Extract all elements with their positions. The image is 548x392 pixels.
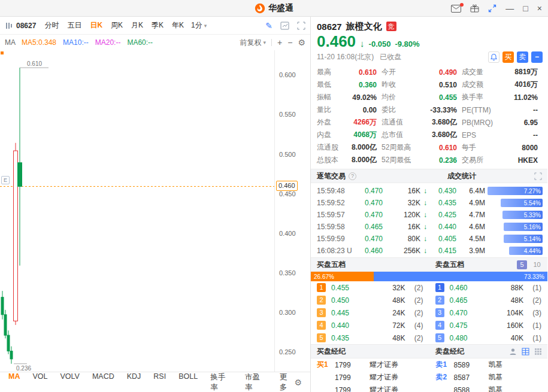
ask-level-1[interactable]: 10.46088K(1) [429,283,548,292]
mail-icon[interactable] [451,5,461,13]
ma-indicator-1: MA10:-- [63,38,89,47]
indicator-tab-换手率[interactable]: 换手率 [210,372,232,392]
stat-流通值: 流通值3.680亿 [382,116,457,129]
interval-dropdown[interactable]: 1分 ▾ [191,20,207,31]
kline-chart[interactable]: 0.6100.236 E 0.6000.5500.5000.4500.4000.… [0,50,310,372]
broker-row: 1799耀才证券8588凯基 [311,384,547,392]
chart-settings-icon[interactable]: ⚙ [298,38,305,47]
bid-level-3[interactable]: 30.44524K(2) [311,308,429,317]
indicator-tab-更多[interactable]: 更多 [280,372,295,392]
period-tab-月K[interactable]: 月K [127,20,147,31]
indicator-tab-市盈率[interactable]: 市盈率 [245,372,267,392]
close-button[interactable]: × [537,0,542,17]
maximize-button[interactable]: □ [523,0,528,17]
ma-indicator-3: MA60:-- [127,38,153,47]
draw-tool-icon[interactable]: ✎ [265,21,273,31]
broker-row: 1799耀才证券卖28587凯基 [311,371,547,384]
bid-level-5[interactable]: 50.43548K(2) [311,333,429,342]
bid-level-1[interactable]: 10.45532K(2) [311,283,429,292]
stat-昨收: 昨收0.510 [382,78,457,91]
price-tick: 0.300 [279,309,296,316]
detach-window-icon[interactable] [488,4,496,13]
sell-button[interactable]: 卖 [517,51,528,63]
flame-logo-icon [255,3,265,14]
indicator-tab-KDJ[interactable]: KDJ [127,372,141,392]
trade-row: 16:08:23 U0.460256K↓ [317,245,430,257]
zoom-in-icon[interactable]: + [277,38,282,47]
stat-PB(MRQ): PB(MRQ)6.95 [462,116,538,129]
bid-ask-ratio-bar: 26.67% 73.33% [311,272,547,281]
depth-section-bar: 买盘五档 卖盘五档 5 10 [311,257,547,272]
depth-level-5-button[interactable]: 5 [517,260,527,269]
period-tab-年K[interactable]: 年K [168,20,188,31]
down-arrow-icon: ↓ [420,211,430,219]
ask-level-5[interactable]: 50.48040K(1) [429,333,548,342]
indicator-tab-VOLV[interactable]: VOLV [60,372,79,392]
auction-badge: 竞 [386,22,396,31]
chart-style-icon[interactable] [280,22,289,30]
period-tab-日K[interactable]: 日K [86,20,107,31]
stock-list-icon[interactable] [5,22,13,30]
ask-level-3[interactable]: 30.470104K(3) [429,308,548,317]
candlestick-svg: 0.6100.236 [0,50,274,372]
adjust-dropdown[interactable]: 前复权 ▾ [240,38,267,48]
period-tab-分时[interactable]: 分时 [40,20,63,31]
broker-table-view-icon[interactable] [522,348,529,355]
chart-adjust-tools: 前复权 ▾ + − ⚙ [240,38,305,48]
depth-level-10-button[interactable]: 10 [532,260,542,269]
indicator-tab-BOLL[interactable]: BOLL [178,372,198,392]
period-tab-五日[interactable]: 五日 [63,20,86,31]
app-window: 华盛通 — □ × 08627 分时 [0,0,548,392]
price-row: 0.460 ↓ -0.050 -9.80% [311,32,547,50]
quote-datetime: 11-20 16:08(北京) [317,52,374,62]
ask-rank-badge: 1 [435,283,444,292]
trade-buttons: 买 卖 − [488,51,543,63]
buy-button[interactable]: 买 [502,51,514,63]
indicator-tab-VOL[interactable]: VOL [32,372,47,392]
tick-section-bar: 逐笔交易 ? 成交统计 [311,169,547,183]
ask-level-4[interactable]: 40.475160K(1) [429,321,548,330]
broker-person-icon[interactable] [509,348,517,355]
ma-label[interactable]: MA [5,38,16,47]
stat-交易所: 交易所HKEX [462,154,538,166]
event-marker[interactable]: E [1,176,10,184]
indicator-settings-icon[interactable]: ⚙ [294,378,302,387]
stat-成交额: 成交额4016万 [462,78,538,91]
ask-broker-title: 卖盘经纪 [435,347,464,357]
ask-level-2[interactable]: 20.46548K(2) [429,296,548,305]
period-tab-季K[interactable]: 季K [147,20,168,31]
broker-row: 买11799耀才证券卖18589凯基 [311,358,547,371]
broker-grid-view-icon[interactable] [534,348,542,355]
volume-stat-row: 0.4404.6M5.16% [438,221,543,233]
bid-level-2[interactable]: 20.45048K(2) [311,296,429,305]
last-price: 0.460 [317,33,356,50]
price-down-arrow-icon: ↓ [360,38,365,48]
fullscreen-icon[interactable] [297,22,305,30]
stat-最低: 最低0.360 [317,78,377,91]
minimize-button[interactable]: — [505,0,514,17]
stat-每手: 每手8000 [462,141,538,154]
zoom-out-icon[interactable]: − [287,38,292,47]
volume-bar: 7.27% [488,187,543,195]
expand-icon[interactable] [534,172,542,180]
bid-ratio-label: 26.67% [314,274,334,280]
indicator-tab-MA[interactable]: MA [8,372,20,392]
help-icon[interactable]: ? [349,172,356,180]
bid-rank-badge: 2 [317,296,326,305]
gift-icon[interactable] [470,4,479,13]
indicator-tab-MACD[interactable]: MACD [92,372,114,392]
period-tab-周K[interactable]: 周K [107,20,127,31]
stock-code: 08627 [317,22,342,32]
ma-indicator-0: MA5:0.348 [22,38,56,47]
alert-bell-icon[interactable] [488,51,499,63]
collapse-button[interactable]: − [531,51,543,63]
chart-panel: 08627 分时五日日K周K月K季K年K 1分 ▾ ✎ MA [0,17,311,392]
trade-row: 15:59:520.47032K↓ [317,197,430,209]
stat-52周最低: 52周最低0.236 [382,154,457,166]
divider [271,39,272,46]
price-change-pct: -9.80% [395,39,419,48]
bid-level-4[interactable]: 40.44072K(4) [311,321,429,330]
price-tick: 0.250 [279,348,296,355]
volume-bar: 5.54% [501,199,543,207]
indicator-tab-RSI[interactable]: RSI [153,372,166,392]
